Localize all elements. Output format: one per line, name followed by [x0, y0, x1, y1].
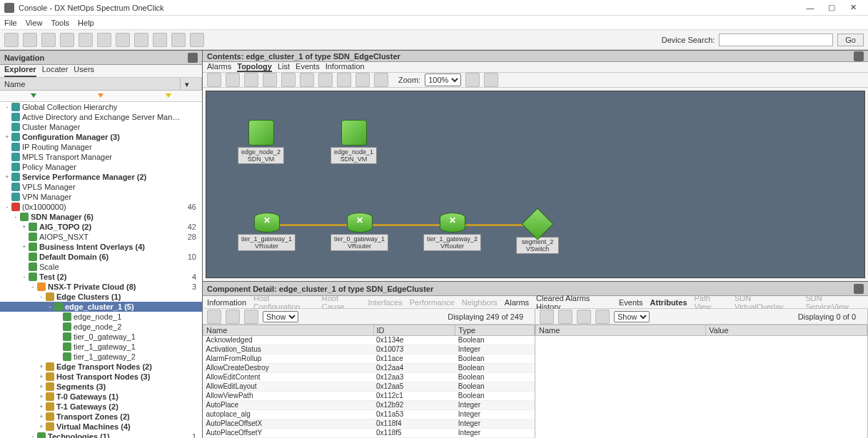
col-id[interactable]: ID — [373, 325, 455, 336]
topology-node[interactable]: tier_0_gateway_1VRouter — [330, 213, 388, 251]
tool-button-3[interactable] — [134, 33, 148, 47]
expand-icon[interactable]: - — [20, 273, 29, 280]
attribute-row[interactable]: Activation_Status0x10073Integer — [203, 345, 535, 355]
tree-row[interactable]: tier_1_gateway_1 — [0, 342, 202, 352]
attribute-row[interactable]: AllowViewPath0x112c1Boolean — [203, 392, 535, 401]
tab-users[interactable]: Users — [74, 65, 94, 77]
tree-row[interactable]: tier_0_gateway_1 — [0, 332, 202, 342]
tab-list[interactable]: List — [278, 62, 290, 72]
expand-icon[interactable]: - — [46, 303, 54, 310]
topo-fit-icon[interactable] — [337, 73, 351, 87]
expand-icon[interactable]: + — [37, 423, 46, 430]
expand-icon[interactable]: + — [37, 413, 46, 420]
values-grid[interactable]: Name Value — [535, 325, 867, 438]
tree-row[interactable]: tier_1_gateway_2 — [0, 352, 202, 362]
expand-icon[interactable]: + — [20, 243, 29, 250]
tree-row[interactable]: +T-1 Gateways (2) — [0, 402, 202, 412]
tab-events[interactable]: Events — [296, 62, 320, 72]
menu-file[interactable]: File — [4, 19, 17, 27]
expand-icon[interactable]: + — [3, 133, 11, 141]
attribute-row[interactable]: AutoPlaceOffsetY0x118f5Integer — [203, 429, 535, 438]
attributes-grid[interactable]: Name ID Type Acknowledged0x1134eBooleanA… — [203, 325, 535, 438]
refresh-icon[interactable] — [540, 310, 554, 324]
zoom-select[interactable]: 100% — [425, 73, 461, 86]
tab-topology[interactable]: Topology — [237, 62, 272, 72]
topo-delete-icon[interactable] — [355, 73, 370, 87]
tree-row[interactable]: -Test (2)4 — [0, 272, 202, 282]
topo-undo-icon[interactable] — [263, 73, 277, 87]
up-button[interactable] — [41, 33, 56, 47]
topology-canvas[interactable]: edge_node_2SDN_VMedge_node_1SDN_VMtier_1… — [206, 91, 865, 278]
zoom-out-icon[interactable] — [484, 73, 498, 87]
zoom-in-icon[interactable] — [465, 73, 480, 87]
expand-icon[interactable]: - — [3, 103, 11, 111]
tree-row[interactable]: -Edge Clusters (1) — [0, 292, 202, 302]
tree-row[interactable]: VPN Manager — [0, 192, 202, 202]
maximize-button[interactable]: ▢ — [821, 3, 842, 12]
tab-locater[interactable]: Locater — [42, 65, 69, 77]
tool-button-4[interactable] — [153, 33, 167, 47]
tool-button-2[interactable] — [116, 33, 130, 47]
expand-icon[interactable]: - — [29, 283, 37, 290]
tab-alarms[interactable]: Alarms — [207, 62, 231, 72]
topo-refresh-icon[interactable] — [300, 73, 314, 87]
menu-help[interactable]: Help — [78, 19, 94, 27]
tab-explorer[interactable]: Explorer — [4, 65, 36, 77]
tab-information[interactable]: Information — [326, 62, 365, 72]
col-name[interactable]: Name — [536, 325, 706, 336]
tree-row[interactable]: +Configuration Manager (3) — [0, 132, 202, 142]
tree-row[interactable]: edge_node_1 — [0, 312, 202, 322]
tool-button-6[interactable] — [190, 33, 204, 47]
col-type[interactable]: Type — [455, 325, 535, 336]
detail-share-icon[interactable] — [854, 284, 864, 294]
attribute-row[interactable]: AutoPlace0x12b92Integer — [203, 401, 535, 410]
search-input[interactable] — [719, 34, 833, 46]
tree-row[interactable]: -Global Collection Hierarchy — [0, 102, 202, 112]
tree-row[interactable]: +Business Intent Overlays (4) — [0, 242, 202, 252]
topology-node[interactable]: tier_1_gateway_1VRouter — [238, 213, 296, 251]
tree-row[interactable]: Policy Manager — [0, 162, 202, 172]
close-button[interactable]: ✕ — [842, 3, 864, 12]
tree-row[interactable]: AIOPS_NSXT28 — [0, 232, 202, 242]
expand-icon[interactable]: + — [37, 403, 46, 410]
go-button[interactable]: Go — [837, 34, 864, 46]
home-button[interactable] — [60, 33, 74, 47]
tree-row[interactable]: +Host Transport Nodes (3) — [0, 372, 202, 382]
expand-icon[interactable]: + — [37, 393, 46, 400]
attribute-row[interactable]: AutoPlaceOffsetX0x118f4Integer — [203, 419, 535, 429]
detail-tab[interactable]: Alarms — [505, 298, 529, 307]
tree-row[interactable]: MPLS Transport Manager — [0, 152, 202, 162]
back-button[interactable] — [4, 33, 19, 47]
tree-row[interactable]: Scale — [0, 262, 202, 272]
tree-row[interactable]: +Segments (3) — [0, 382, 202, 392]
nav-settings-icon[interactable] — [188, 53, 198, 63]
expand-icon[interactable]: - — [3, 203, 11, 210]
tree-row[interactable]: -edge_cluster_1 (5) — [0, 302, 202, 312]
detail-tab[interactable]: Cleared Alarms History — [536, 294, 612, 311]
expand-icon[interactable]: + — [37, 373, 46, 380]
detail-tab[interactable]: Events — [619, 298, 643, 307]
topo-cut-icon[interactable] — [207, 73, 221, 87]
expand-icon[interactable]: - — [11, 213, 20, 220]
menu-view[interactable]: View — [26, 19, 43, 27]
topology-node[interactable]: tier_1_gateway_2VRouter — [423, 213, 481, 251]
expand-icon[interactable]: + — [37, 363, 46, 370]
attribute-row[interactable]: AllowCreateDestroy0x12aa4Boolean — [203, 364, 535, 373]
refresh-icon[interactable] — [226, 310, 240, 324]
attribute-row[interactable]: AllowEditContent0x12aa3Boolean — [203, 373, 535, 382]
expand-icon[interactable]: - — [37, 293, 46, 300]
attribute-row[interactable]: AlarmFromRollup0x11aceBoolean — [203, 355, 535, 364]
tree-row[interactable]: -SDN Manager (6) — [0, 212, 202, 222]
expand-icon[interactable]: - — [29, 433, 37, 438]
tree-row[interactable]: Cluster Manager — [0, 122, 202, 132]
tree-row[interactable]: Default Domain (6)10 — [0, 252, 202, 262]
topology-node[interactable]: edge_node_2SDN_VM — [238, 120, 284, 164]
play-icon[interactable] — [207, 310, 221, 324]
filter-icon[interactable] — [595, 310, 610, 324]
tree-row[interactable]: VPLS Manager — [0, 182, 202, 192]
filter-yellow[interactable] — [135, 91, 202, 101]
expand-icon[interactable]: + — [3, 173, 11, 180]
contents-share-icon[interactable] — [854, 51, 864, 61]
tree-row[interactable]: -Technologies (1)1 — [0, 432, 202, 438]
filter-icon[interactable] — [244, 310, 258, 324]
